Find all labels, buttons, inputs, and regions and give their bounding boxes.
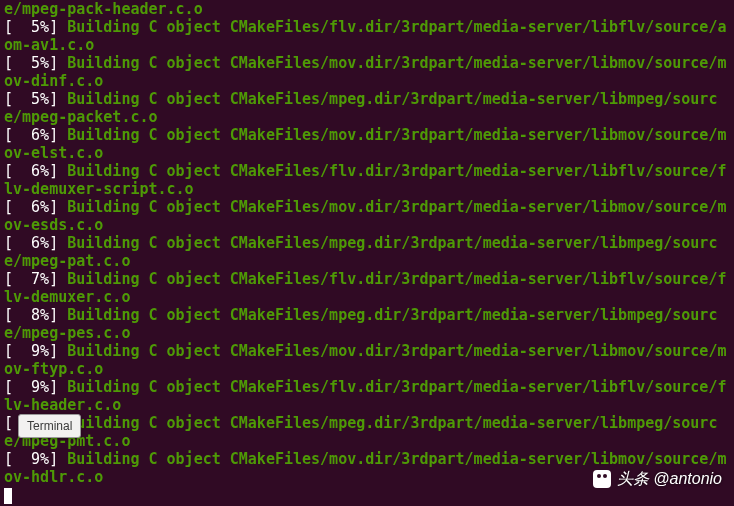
build-output-line: [ 6%] Building C object CMakeFiles/mpeg.… [4,234,730,270]
toutiao-icon [593,470,611,488]
build-output-line: [ 6%] Building C object CMakeFiles/mov.d… [4,126,730,162]
terminal-tooltip: Terminal [18,414,81,438]
cursor [4,488,12,504]
build-output-line: [ 9%] Building C object CMakeFiles/mov.d… [4,342,730,378]
build-output-line: [ 5%] Building C object CMakeFiles/mpeg.… [4,90,730,126]
build-output-line: [ 5%] Building C object CMakeFiles/mov.d… [4,54,730,90]
cursor-line [4,486,730,504]
build-output-line: [ 9%] Building C object CMakeFiles/mpeg.… [4,414,730,450]
build-output-line: e/mpeg-pack-header.c.o [4,0,730,18]
build-output-line: [ 6%] Building C object CMakeFiles/mov.d… [4,198,730,234]
build-output-line: [ 7%] Building C object CMakeFiles/flv.d… [4,270,730,306]
watermark-text: 头条 @antonio [617,470,722,488]
build-output-line: [ 6%] Building C object CMakeFiles/flv.d… [4,162,730,198]
build-output-line: [ 9%] Building C object CMakeFiles/flv.d… [4,378,730,414]
terminal-output[interactable]: e/mpeg-pack-header.c.o[ 5%] Building C o… [4,0,730,504]
build-output-line: [ 8%] Building C object CMakeFiles/mpeg.… [4,306,730,342]
watermark: 头条 @antonio [593,470,722,488]
build-output-line: [ 5%] Building C object CMakeFiles/flv.d… [4,18,730,54]
